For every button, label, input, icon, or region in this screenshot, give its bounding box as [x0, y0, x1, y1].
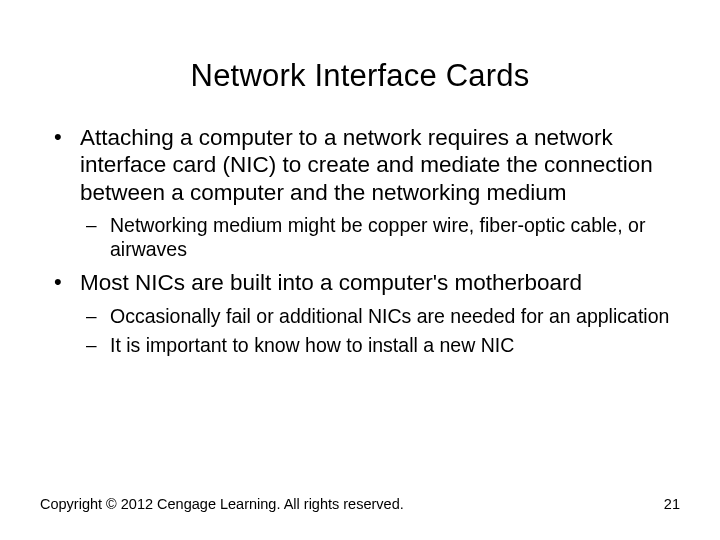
bullet-text: Attaching a computer to a network requir…: [80, 125, 653, 205]
slide: Network Interface Cards Attaching a comp…: [0, 0, 720, 540]
bullet-item: Most NICs are built into a computer's mo…: [40, 269, 680, 357]
sub-bullet-item: Networking medium might be copper wire, …: [80, 214, 680, 261]
bullet-text: Most NICs are built into a computer's mo…: [80, 270, 582, 295]
page-number: 21: [664, 496, 680, 512]
copyright-footer: Copyright © 2012 Cengage Learning. All r…: [40, 496, 404, 512]
sub-bullet-list: Occasionally fail or additional NICs are…: [80, 305, 680, 358]
sub-bullet-item: It is important to know how to install a…: [80, 334, 680, 357]
bullet-item: Attaching a computer to a network requir…: [40, 124, 680, 261]
sub-bullet-list: Networking medium might be copper wire, …: [80, 214, 680, 261]
slide-title: Network Interface Cards: [40, 58, 680, 94]
bullet-list: Attaching a computer to a network requir…: [40, 124, 680, 357]
sub-bullet-item: Occasionally fail or additional NICs are…: [80, 305, 680, 328]
